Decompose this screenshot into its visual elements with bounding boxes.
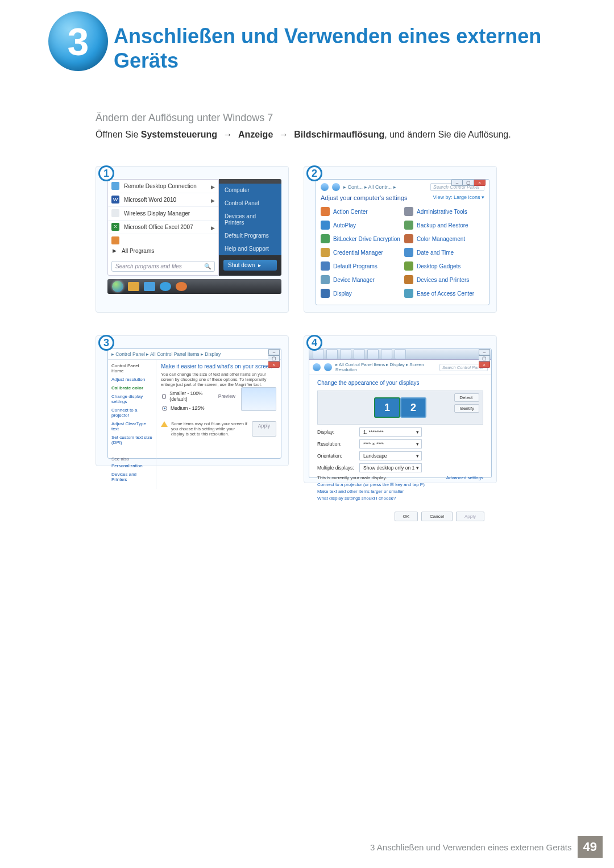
close-button[interactable]: × <box>474 180 486 186</box>
shutdown-button[interactable]: Shut down▸ <box>223 260 277 271</box>
radio-medium[interactable]: Medium - 125% <box>162 405 235 411</box>
start-menu-item-label: Microsoft Word 2010 <box>124 197 176 203</box>
maximize-button[interactable]: ▢ <box>479 355 490 362</box>
cp-item-label: Device Manager <box>333 277 375 283</box>
view-by-selector[interactable]: View by: Large icons ▾ <box>433 194 484 200</box>
cp-item[interactable]: Devices and Printers <box>404 274 484 285</box>
cp-item-label: Devices and Printers <box>417 277 469 283</box>
instruction-step3: Bildschirmauflösung <box>294 130 384 139</box>
monitor-1-icon[interactable]: 1 <box>374 397 400 418</box>
page-number: 49 <box>578 836 603 858</box>
start-right-item[interactable]: Control Panel <box>219 197 281 210</box>
ok-button[interactable]: OK <box>395 512 418 521</box>
start-right-item[interactable]: Help and Support <box>219 242 281 255</box>
minimize-button[interactable]: – <box>268 349 280 355</box>
side-link[interactable]: Adjust ClearType text <box>111 421 152 431</box>
toolbar-button[interactable] <box>381 349 392 359</box>
advanced-settings-link[interactable]: Advanced settings <box>446 475 483 480</box>
cp-item[interactable]: AutoPlay <box>321 219 401 231</box>
monitor-2-icon[interactable]: 2 <box>400 397 426 418</box>
display-select[interactable]: 1. ******** <box>359 427 422 437</box>
taskbar-explorer-icon[interactable] <box>128 282 139 291</box>
start-right-item[interactable]: Computer <box>219 184 281 197</box>
start-menu-item[interactable]: XMicrosoft Office Excel 2007▶ <box>108 221 218 234</box>
start-menu-item[interactable]: WMicrosoft Word 2010▶ <box>108 193 218 207</box>
cp-item[interactable]: Ease of Access Center <box>404 288 484 299</box>
cp-item[interactable]: Color Management <box>404 233 484 244</box>
breadcrumb[interactable]: ▸ Cont... ▸ All Contr... ▸ <box>343 184 427 190</box>
toolbar-button[interactable] <box>340 349 351 359</box>
toolbar-button[interactable] <box>367 349 379 359</box>
cp-item[interactable]: Default Programs <box>321 260 401 272</box>
cp-item[interactable]: Administrative Tools <box>404 206 484 217</box>
cp-item[interactable]: Credential Manager <box>321 247 401 258</box>
forward-button-icon[interactable] <box>324 363 332 371</box>
toolbar-button[interactable] <box>326 349 338 359</box>
multiple-select[interactable]: Show desktop only on 1 <box>359 463 422 472</box>
start-right-item[interactable]: Default Programs <box>219 229 281 242</box>
cp-item[interactable]: BitLocker Drive Encryption <box>321 233 401 244</box>
display-window: – ▢ × ▸ Control Panel ▸ All Control Pane… <box>107 348 281 459</box>
start-search-input[interactable]: Search programs and files 🔍 <box>111 261 215 272</box>
minimize-button[interactable]: – <box>479 349 490 355</box>
display-description: You can change the size of text and othe… <box>161 372 276 387</box>
maximize-button[interactable]: ▢ <box>268 355 280 362</box>
cancel-button[interactable]: Cancel <box>421 512 453 521</box>
taskbar-ie-icon[interactable] <box>144 282 155 291</box>
cp-item[interactable]: Display <box>321 288 401 299</box>
side-link[interactable]: Set custom text size (DPI) <box>111 435 152 445</box>
side-link[interactable]: Adjust resolution <box>111 377 152 382</box>
all-programs[interactable]: All Programs <box>108 244 218 258</box>
step-badge-4: 4 <box>306 335 322 351</box>
projector-link[interactable]: Connect to a projector (or press the ⊞ k… <box>317 482 483 487</box>
breadcrumb[interactable]: ▸ Control Panel ▸ All Control Panel Item… <box>111 351 221 357</box>
radio-icon <box>162 406 167 411</box>
start-orb-icon[interactable] <box>112 281 123 292</box>
forward-button-icon[interactable] <box>332 183 340 191</box>
start-menu-item[interactable]: Wireless Display Manager <box>108 207 218 221</box>
breadcrumb[interactable]: ▸ All Control Panel Items ▸ Display ▸ Sc… <box>335 362 436 372</box>
monitor-arrangement[interactable]: 1 2 Detect Identify <box>317 391 483 425</box>
help-link[interactable]: What display settings should I choose? <box>317 496 483 501</box>
apply-button[interactable]: Apply <box>456 512 484 521</box>
detect-button[interactable]: Detect <box>454 393 479 402</box>
maximize-button[interactable]: ▢ <box>463 180 474 186</box>
orientation-select[interactable]: Landscape <box>359 451 422 460</box>
orientation-label: Orientation: <box>317 453 355 459</box>
cp-item-label: Color Management <box>417 236 465 242</box>
see-also-link[interactable]: Devices and Printers <box>111 472 152 482</box>
cp-item-icon <box>404 207 413 216</box>
resolution-select[interactable]: **** × **** <box>359 439 422 448</box>
identify-button[interactable]: Identify <box>454 404 479 413</box>
cp-item[interactable]: Date and Time <box>404 247 484 258</box>
cp-home-link[interactable]: Control Panel Home <box>111 363 152 373</box>
cp-item[interactable]: Backup and Restore <box>404 219 484 231</box>
toolbar-button[interactable] <box>395 349 406 359</box>
see-also-link[interactable]: Personalization <box>111 463 152 468</box>
start-menu-item[interactable]: Remote Desktop Connection▶ <box>108 180 218 193</box>
start-right-item[interactable]: Devices and Printers <box>219 210 281 229</box>
apply-button[interactable]: Apply <box>252 421 276 437</box>
cp-item-label: Backup and Restore <box>417 222 468 229</box>
side-link[interactable]: Calibrate color <box>111 385 152 391</box>
cp-item[interactable]: Desktop Gadgets <box>404 260 484 272</box>
resolution-label: Resolution: <box>317 441 355 447</box>
back-button-icon[interactable] <box>321 183 329 191</box>
cp-item-label: Desktop Gadgets <box>417 263 460 269</box>
cp-item[interactable]: Device Manager <box>321 274 401 285</box>
radio-smaller[interactable]: Smaller - 100% (default)Preview <box>162 391 235 402</box>
side-link[interactable]: Connect to a projector <box>111 408 152 418</box>
window-buttons: – ▢ × <box>479 349 490 368</box>
side-link[interactable]: Change display settings <box>111 394 152 404</box>
text-size-link[interactable]: Make text and other items larger or smal… <box>317 489 483 494</box>
cp-item[interactable]: Action Center <box>321 206 401 217</box>
instruction-step2: Anzeige <box>238 130 273 139</box>
toolbar-button[interactable] <box>354 349 365 359</box>
taskbar-ie-round-icon[interactable] <box>160 282 171 291</box>
close-button[interactable]: × <box>479 362 490 368</box>
close-button[interactable]: × <box>268 362 280 368</box>
cp-item-icon <box>321 248 330 257</box>
back-button-icon[interactable] <box>313 363 321 371</box>
taskbar-wmp-icon[interactable] <box>176 282 187 291</box>
minimize-button[interactable]: – <box>451 180 463 186</box>
